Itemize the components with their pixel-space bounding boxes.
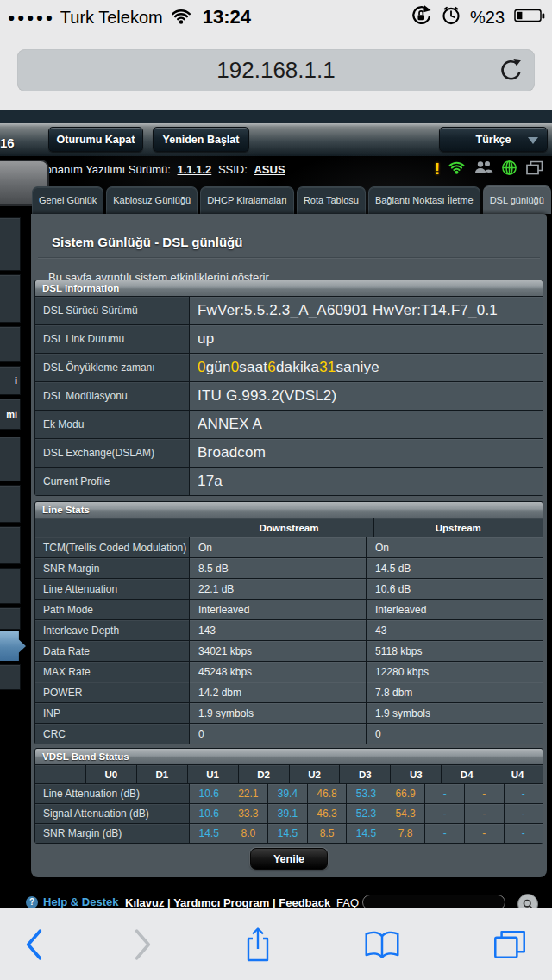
- sidebar-item[interactable]: [0, 526, 21, 564]
- line-stats-table: Line Stats DownstreamUpstreamTCM(Trellis…: [34, 501, 543, 744]
- column-header: U4: [492, 765, 543, 783]
- cell-value: On: [367, 537, 543, 557]
- search-icon[interactable]: [518, 894, 538, 908]
- cell-value: 143: [190, 620, 366, 640]
- row-label: Signal Attenuation (dB): [35, 804, 189, 823]
- cell-value: 10.6 dB: [367, 579, 543, 599]
- firmware-version-link[interactable]: 1.1.1.2: [177, 163, 211, 176]
- column-header: D3: [340, 765, 390, 783]
- cell-value: 34021 kbps: [190, 641, 366, 661]
- share-icon[interactable]: [242, 924, 274, 965]
- row-label: DSL Önyükleme zamanı: [35, 354, 189, 381]
- cell-value: On: [190, 537, 366, 557]
- column-header: U1: [188, 765, 238, 783]
- tab-dhcp-kiralamalari[interactable]: DHCP Kiralamaları: [200, 186, 294, 214]
- usb-devices-icon[interactable]: [525, 160, 543, 179]
- cell-value: 39.4: [268, 784, 307, 803]
- table-row: Line Attenuation22.1 dB10.6 dB: [35, 579, 543, 599]
- sidebar-item-active-system-log[interactable]: [0, 631, 26, 661]
- back-button[interactable]: [22, 927, 45, 962]
- row-label: Current Profile: [35, 468, 189, 495]
- cell-value: 7.8 dbm: [367, 682, 543, 702]
- page-footer: ? Help & Destek Kılavuz | Yardımcı Progr…: [0, 894, 552, 908]
- row-label: DSL Exchange(DSLAM): [35, 439, 189, 467]
- page-top-strip: [0, 110, 552, 123]
- help-support-link[interactable]: ? Help & Destek: [26, 895, 118, 908]
- cell-value: ANNEX A: [190, 411, 543, 438]
- cell-value: -: [425, 804, 464, 823]
- sidebar-item[interactable]: [0, 326, 21, 362]
- router-admin-page: 16 Oturumu Kapat Yeniden Başlat Türkçe D…: [0, 110, 552, 908]
- sidebar-item[interactable]: [0, 568, 21, 604]
- row-label: MAX Rate: [35, 662, 189, 682]
- column-header: U0: [86, 765, 136, 783]
- safari-toolbar: [0, 908, 552, 980]
- value-part: 31: [319, 359, 336, 376]
- row-label: SNR Margin: [35, 558, 189, 578]
- table-row: TCM(Trellis Coded Modulation)OnOn: [35, 537, 543, 557]
- tab-genel-gunluk[interactable]: Genel Günlük: [32, 186, 104, 214]
- forward-button[interactable]: [132, 927, 154, 962]
- cell-value: -: [505, 804, 543, 823]
- wan-warning-icon[interactable]: !: [435, 160, 440, 178]
- cell-value: 22.1 dB: [190, 579, 366, 599]
- model-name-fragment: 16: [0, 135, 15, 150]
- table-row: Current Profile17a: [35, 468, 543, 495]
- tabs-icon[interactable]: [490, 927, 530, 963]
- column-header: D4: [442, 765, 492, 783]
- cell-value: 45248 kbps: [190, 662, 366, 682]
- tab-baglanti-noktasi-iletme[interactable]: Bağlantı Noktası İletme: [368, 186, 480, 214]
- address-field[interactable]: 192.168.1.1: [17, 49, 535, 91]
- refresh-button[interactable]: Yenile: [250, 848, 328, 870]
- sidebar-item[interactable]: [0, 274, 21, 323]
- value-part: 0: [198, 359, 206, 376]
- cell-value: 14.5: [268, 824, 307, 843]
- clients-icon[interactable]: [474, 160, 493, 178]
- faq-label: FAQ: [336, 896, 359, 908]
- sidebar-item[interactable]: [0, 485, 21, 523]
- help-label: Help & Destek: [43, 895, 118, 908]
- cell-value: Broadcom: [190, 439, 543, 467]
- divider: [38, 257, 540, 258]
- cell-value: 10.6: [190, 784, 229, 803]
- footer-links[interactable]: Kılavuz | Yardımcı Program | Feedback: [125, 896, 330, 908]
- sidebar-item[interactable]: [0, 664, 21, 690]
- tab-rota-tablosu[interactable]: Rota Tablosu: [297, 186, 366, 214]
- internet-globe-icon[interactable]: [501, 160, 518, 179]
- page-title: Sistem Günlüğü - DSL günlüğü: [52, 235, 242, 249]
- refresh-icon[interactable]: [498, 58, 524, 89]
- dsl-information-table: DSL Information DSL Sürücü SürümüFwVer:5…: [34, 280, 543, 496]
- ssid-label: SSID:: [218, 163, 248, 176]
- row-label: Line Attenuation (dB): [35, 784, 189, 803]
- table-row: DSL Link Durumuup: [35, 325, 543, 353]
- reboot-button[interactable]: Yeniden Başlat: [153, 127, 249, 152]
- ssid-link[interactable]: ASUS: [254, 163, 285, 176]
- language-dropdown[interactable]: Türkçe: [439, 127, 548, 152]
- table-row: Signal Attenuation (dB)10.633.339.146.35…: [35, 804, 543, 823]
- cell-value: 43: [367, 620, 543, 640]
- language-label: Türkçe: [476, 134, 511, 146]
- cell-value: 8.5 dB: [190, 558, 366, 578]
- cell-value: Interleaved: [367, 600, 543, 619]
- wireless-status-icon[interactable]: [448, 160, 466, 178]
- sidebar-item[interactable]: mi: [0, 399, 21, 430]
- cell-value: 8.0: [229, 824, 268, 843]
- sidebar-item[interactable]: [0, 217, 21, 271]
- tab-kablosuz-gunlugu[interactable]: Kablosuz Günlüğü: [106, 186, 198, 214]
- logout-button[interactable]: Oturumu Kapat: [48, 127, 143, 152]
- cell-value: -: [425, 824, 464, 843]
- row-label: INP: [35, 703, 189, 723]
- value-part: dakika: [276, 359, 319, 376]
- tab-dsl-gunlugu[interactable]: DSL günlüğü: [483, 185, 551, 214]
- bookmarks-icon[interactable]: [361, 927, 403, 962]
- sidebar-item[interactable]: [0, 607, 21, 630]
- column-header: Downstream: [204, 518, 373, 537]
- faq-search-input[interactable]: [362, 895, 505, 908]
- sidebar-item[interactable]: [0, 437, 21, 481]
- cell-value: 14.2 dbm: [190, 682, 366, 702]
- table-row: SNR Margin8.5 dB14.5 dB: [35, 558, 543, 578]
- cell-signal-dots: ●●●●●: [8, 10, 55, 24]
- table-row: DSL Exchange(DSLAM)Broadcom: [35, 439, 543, 467]
- sidebar-item[interactable]: i: [0, 366, 21, 395]
- row-label: Line Attenuation: [35, 579, 189, 599]
